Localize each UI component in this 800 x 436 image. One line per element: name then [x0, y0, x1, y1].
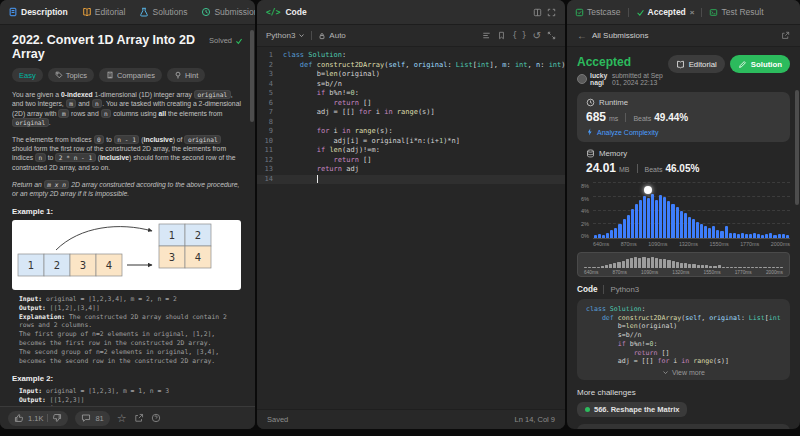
close-tab-icon[interactable]: ×	[690, 8, 695, 17]
lock-icon	[318, 32, 326, 40]
histogram-bar	[718, 265, 721, 268]
diagram-curved-arrow	[56, 226, 152, 249]
chart-x-axis: 640ms870ms1090ms1320ms1550ms1770ms2000ms	[593, 241, 790, 247]
histogram-bar	[655, 258, 658, 268]
comments-group[interactable]: 81	[75, 411, 109, 426]
text-cursor	[317, 175, 318, 183]
histogram-bar	[638, 258, 641, 268]
y-tick-label: 6%	[577, 196, 589, 202]
pencil-icon	[738, 60, 747, 69]
histogram-bar	[618, 224, 621, 238]
all-submissions-bar: ← All Submissions	[567, 25, 800, 47]
code-line: 14	[257, 175, 565, 185]
code-line: 10 adj[i] = original[i*n:(i+1)*n]	[257, 137, 565, 147]
view-more-link[interactable]: View more	[586, 369, 781, 376]
submission-meta: lucky nagi submitted at Sep 01, 2024 22:…	[577, 72, 668, 86]
chevron-down-icon	[662, 369, 669, 376]
thumbs-up-icon[interactable]	[14, 413, 24, 423]
histogram-bar	[680, 263, 683, 268]
tab-accepted[interactable]: Accepted ×	[636, 7, 695, 17]
save-status: Saved	[267, 415, 288, 424]
note-input[interactable]	[577, 424, 790, 429]
diagram-2d-array	[159, 224, 211, 268]
tab-description-label: Description	[21, 7, 68, 17]
histogram-bar	[684, 213, 687, 238]
histogram-bar	[708, 228, 711, 238]
tab-editorial[interactable]: Editorial	[82, 7, 126, 17]
code-line: 13 return adj	[257, 165, 565, 175]
y-tick-label: 8%	[577, 183, 589, 189]
diagram-cell: 1	[169, 230, 175, 241]
lightbulb-icon	[174, 71, 182, 79]
runtime-card[interactable]: Runtime 685 ms Beats 49.44% Analyze Comp…	[577, 92, 790, 142]
code-line: b=len(original)	[586, 322, 781, 331]
help-icon[interactable]	[151, 413, 161, 423]
example-line: Explanation: The constructed 2D array sh…	[19, 405, 243, 406]
back-arrow-icon[interactable]: ←	[577, 30, 587, 41]
thumbs-down-icon[interactable]	[52, 413, 62, 423]
reset-code-icon[interactable]: ↺	[533, 30, 541, 41]
x-tick-label: 1090ms	[648, 241, 667, 247]
code-lang-label: Python3	[610, 285, 639, 294]
histogram-bar	[605, 265, 608, 268]
minimap-bars	[584, 256, 783, 268]
panel-expand-icon[interactable]	[547, 8, 556, 17]
editorial-button[interactable]: Editorial	[668, 55, 725, 73]
auto-toggle[interactable]: Auto	[318, 31, 345, 40]
panel-layout-icon[interactable]	[533, 8, 542, 17]
tab-testcase[interactable]: Testcase	[575, 7, 621, 17]
history-icon	[201, 7, 211, 17]
histogram-bar	[778, 234, 781, 238]
runtime-label: Runtime	[599, 98, 628, 107]
tab-test-result[interactable]: Test Result	[709, 7, 763, 17]
histogram-bar	[738, 267, 741, 268]
topics-pill[interactable]: Topics	[48, 68, 94, 82]
histogram-bar	[663, 197, 666, 238]
language-selector[interactable]: Python3	[266, 31, 305, 40]
difficulty-badge[interactable]: Easy	[12, 68, 43, 82]
memory-label: Memory	[599, 149, 627, 158]
maximize-editor-icon[interactable]	[547, 31, 556, 40]
editor-status-bar: Saved Ln 14, Col 9	[257, 409, 565, 429]
difficulty-dot-icon	[585, 407, 590, 412]
diagram-cell: 4	[106, 260, 112, 271]
tab-solutions[interactable]: Solutions	[139, 7, 187, 17]
bookmark-icon[interactable]	[497, 31, 506, 40]
challenge-chip-566[interactable]: 566. Reshape the Matrix	[577, 402, 687, 417]
tab-description[interactable]: Description	[8, 7, 68, 17]
histogram-bar	[635, 204, 638, 238]
histogram-bar	[753, 233, 756, 238]
description-scrollbar[interactable]	[250, 30, 254, 122]
solution-button[interactable]: Solution	[730, 55, 790, 73]
code-editor[interactable]: 1class Solution:2 def construct2DArray(s…	[257, 47, 565, 409]
x-tick-label: 1550ms	[703, 270, 720, 275]
minimap-x-axis: 640ms870ms1090ms1320ms1550ms1770ms2000ms	[584, 270, 783, 275]
all-submissions-label[interactable]: All Submissions	[592, 31, 648, 40]
histogram-bar	[688, 264, 691, 268]
check-circle-icon	[636, 8, 645, 17]
share-submission-icon[interactable]	[781, 31, 790, 40]
building-icon	[106, 71, 114, 79]
tab-solutions-label: Solutions	[152, 7, 187, 17]
tab-submissions[interactable]: Submissions	[201, 7, 255, 17]
chart-plot-area[interactable]	[593, 183, 790, 239]
format-code-icon[interactable]	[482, 31, 491, 40]
hint-pill[interactable]: Hint	[167, 68, 205, 82]
braces-icon[interactable]: { }	[512, 31, 526, 40]
chart-minimap-brush[interactable]: 640ms870ms1090ms1320ms1550ms1770ms2000ms	[577, 252, 790, 277]
code-brackets-icon: </>	[266, 8, 280, 17]
result-scrollbar[interactable]	[795, 90, 799, 205]
histogram-bar	[609, 264, 612, 268]
submitted-code-card: class Solution: def construct2DArray(sel…	[577, 299, 790, 380]
tab-editorial-label: Editorial	[95, 7, 126, 17]
histogram-bar	[651, 194, 654, 238]
memory-section[interactable]: Memory 24.01 MB Beats 46.05%	[577, 149, 790, 175]
histogram-bar	[647, 198, 650, 238]
histogram-bar	[663, 259, 666, 268]
username[interactable]: lucky nagi	[590, 72, 609, 86]
share-icon[interactable]	[134, 413, 144, 423]
code-line: 2 def construct2DArray(self, original: L…	[257, 61, 565, 71]
star-icon[interactable]: ☆	[117, 412, 127, 425]
analyze-complexity-link[interactable]: Analyze Complexity	[586, 128, 781, 136]
companies-pill[interactable]: Companies	[99, 68, 162, 82]
